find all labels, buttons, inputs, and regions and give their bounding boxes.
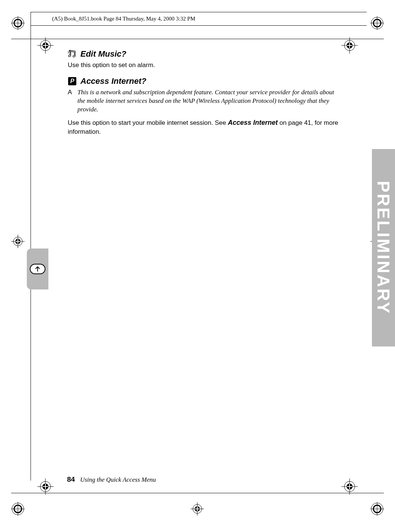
nav-up-tab: [27, 248, 48, 289]
registration-mark-icon: [191, 502, 204, 516]
frame-line: [11, 493, 384, 493]
chapter-title: Using the Quick Access Menu: [80, 476, 156, 484]
internet-note: A This is a network and subscription dep…: [68, 88, 343, 114]
internet-p-icon: P: [67, 77, 77, 86]
edit-music-body: Use this option to set on alarm.: [68, 61, 343, 70]
crosshair-mark-icon: [37, 37, 54, 54]
section-title-text: Edit Music?: [80, 49, 126, 59]
note-marker: A: [68, 88, 74, 114]
page-content: Edit Music? Use this option to set on al…: [67, 49, 343, 137]
side-tab-label: PRELIMINARY: [373, 181, 394, 314]
frame-line: [11, 39, 384, 39]
crosshair-mark-icon: [37, 478, 54, 495]
preliminary-side-tab: PRELIMINARY: [372, 149, 395, 346]
note-text: This is a network and subscription depen…: [77, 88, 343, 114]
music-notes-icon: [67, 50, 77, 58]
up-arrow-icon: [30, 264, 45, 274]
section-title-text: Access Internet?: [80, 76, 146, 86]
section-title-edit-music: Edit Music?: [67, 49, 343, 59]
frame-line: [31, 25, 367, 26]
crosshair-mark-icon: [341, 478, 358, 495]
body-pre: Use this option to start your mobile int…: [68, 119, 228, 126]
internet-body: Use this option to start your mobile int…: [68, 118, 343, 137]
registration-mark-icon: [11, 16, 25, 30]
registration-mark-icon: [11, 235, 25, 248]
registration-mark-icon: [370, 16, 384, 30]
header-file-info: (A5) Book_8J51.book Page 84 Thursday, Ma…: [52, 16, 195, 22]
page-number: 84: [67, 475, 75, 484]
section-title-access-internet: P Access Internet?: [67, 76, 343, 86]
registration-mark-icon: [370, 502, 384, 516]
body-link: Access Internet: [228, 119, 278, 126]
crosshair-mark-icon: [341, 37, 358, 54]
page-footer: 84 Using the Quick Access Menu: [67, 475, 156, 484]
frame-line: [31, 12, 367, 12]
registration-mark-icon: [11, 502, 25, 516]
frame-line: [31, 12, 31, 481]
